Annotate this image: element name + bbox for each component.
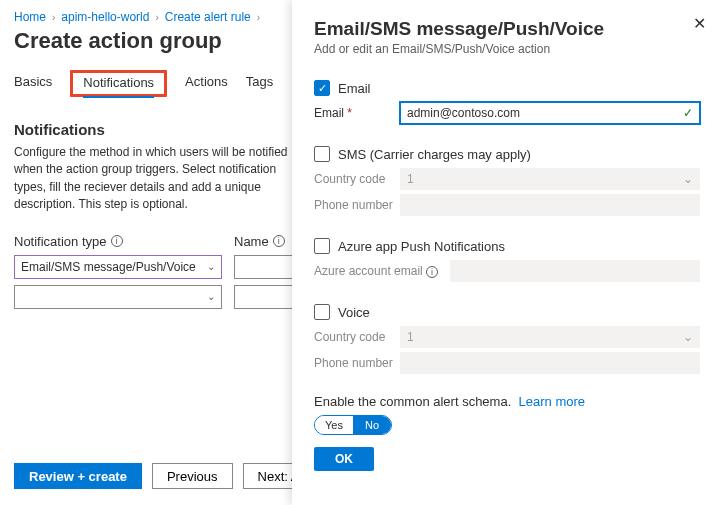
notification-panel: ✕ Email/SMS message/Push/Voice Add or ed… <box>292 0 722 505</box>
push-email-label: Azure account email <box>314 264 423 278</box>
country-code-label: Country code <box>314 330 394 344</box>
schema-toggle[interactable]: Yes No <box>314 415 392 435</box>
sms-checkbox-label: SMS (Carrier charges may apply) <box>338 147 531 162</box>
tab-tags[interactable]: Tags <box>246 70 273 97</box>
select-value: Email/SMS message/Push/Voice <box>21 260 196 274</box>
email-input-value: admin@contoso.com <box>407 106 520 120</box>
previous-button[interactable]: Previous <box>152 463 233 489</box>
chevron-right-icon: › <box>52 12 55 23</box>
panel-title: Email/SMS message/Push/Voice <box>314 18 700 40</box>
tab-notifications-highlight: Notifications <box>70 70 167 97</box>
panel-subtitle: Add or edit an Email/SMS/Push/Voice acti… <box>314 42 700 56</box>
check-icon: ✓ <box>683 106 693 120</box>
tab-basics[interactable]: Basics <box>14 70 52 97</box>
section-help-text: Configure the method in which users will… <box>14 144 294 214</box>
schema-text: Enable the common alert schema. <box>314 394 511 409</box>
breadcrumb-home[interactable]: Home <box>14 10 46 24</box>
toggle-no: No <box>353 416 391 434</box>
review-create-button[interactable]: Review + create <box>14 463 142 489</box>
push-checkbox[interactable] <box>314 238 330 254</box>
breadcrumb-resource[interactable]: apim-hello-world <box>61 10 149 24</box>
close-icon[interactable]: ✕ <box>693 14 706 33</box>
push-checkbox-label: Azure app Push Notifications <box>338 239 505 254</box>
col-type-label: Notification type <box>14 234 107 249</box>
tab-actions[interactable]: Actions <box>185 70 228 97</box>
sms-phone-input <box>400 194 700 216</box>
chevron-down-icon: ⌄ <box>207 261 215 272</box>
phone-number-label: Phone number <box>314 356 394 370</box>
chevron-down-icon: ⌄ <box>683 172 693 186</box>
push-email-input <box>450 260 700 282</box>
sms-country-code-select: 1 ⌄ <box>400 168 700 190</box>
info-icon[interactable]: i <box>426 266 438 278</box>
voice-phone-input <box>400 352 700 374</box>
voice-country-code-select: 1 ⌄ <box>400 326 700 348</box>
ok-button[interactable]: OK <box>314 447 374 471</box>
voice-checkbox-label: Voice <box>338 305 370 320</box>
chevron-right-icon: › <box>257 12 260 23</box>
sms-checkbox[interactable] <box>314 146 330 162</box>
country-code-label: Country code <box>314 172 394 186</box>
voice-checkbox[interactable] <box>314 304 330 320</box>
breadcrumb-rule[interactable]: Create alert rule <box>165 10 251 24</box>
tab-notifications[interactable]: Notifications <box>83 71 154 98</box>
email-input[interactable]: admin@contoso.com ✓ <box>400 102 700 124</box>
toggle-yes: Yes <box>315 416 353 434</box>
chevron-right-icon: › <box>155 12 158 23</box>
email-field-label: Email <box>314 106 344 120</box>
notification-type-select[interactable]: Email/SMS message/Push/Voice ⌄ <box>14 255 222 279</box>
col-name-label: Name <box>234 234 269 249</box>
info-icon[interactable]: i <box>111 235 123 247</box>
info-icon[interactable]: i <box>273 235 285 247</box>
email-checkbox-label: Email <box>338 81 371 96</box>
chevron-down-icon: ⌄ <box>683 330 693 344</box>
phone-number-label: Phone number <box>314 198 394 212</box>
learn-more-link[interactable]: Learn more <box>519 394 585 409</box>
notification-type-select[interactable]: ⌄ <box>14 285 222 309</box>
email-checkbox[interactable]: ✓ <box>314 80 330 96</box>
chevron-down-icon: ⌄ <box>207 291 215 302</box>
